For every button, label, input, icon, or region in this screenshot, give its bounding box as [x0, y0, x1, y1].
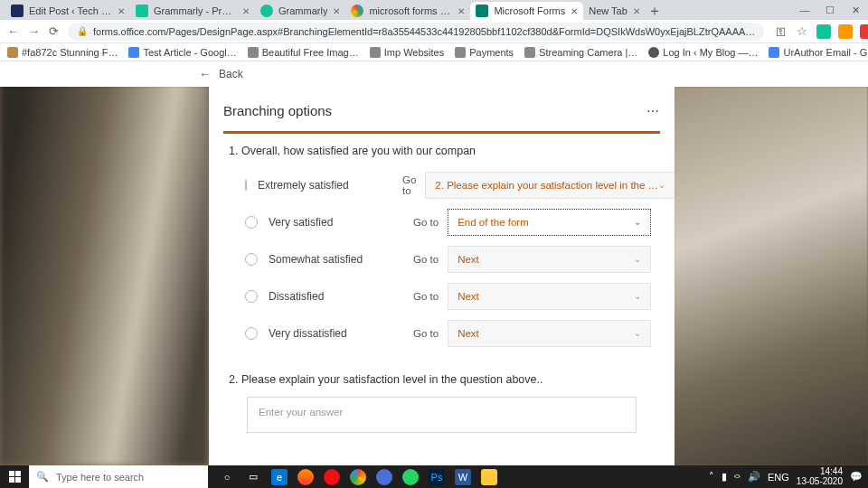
tab-grammarly-1[interactable]: Grammarly - ProSeoTools_ ✕	[130, 2, 255, 20]
ext-icon[interactable]	[838, 24, 853, 39]
goto-select[interactable]: 2. Please explain your satisfaction leve…	[425, 172, 675, 199]
key-icon[interactable]: ⚿	[773, 26, 788, 37]
photoshop-icon[interactable]: Ps	[429, 469, 445, 485]
bookmark[interactable]: Log In ‹ My Blog —…	[648, 47, 758, 58]
bookmark[interactable]: UrAuthor Email - G…	[769, 47, 868, 58]
bookmark[interactable]: #fa872c Stunning F…	[7, 47, 118, 58]
goto-select[interactable]: Next ⌄	[448, 246, 651, 273]
url-input[interactable]: 🔒 forms.office.com/Pages/DesignPage.aspx…	[68, 23, 764, 41]
panel-header: Branching options ⋯	[223, 103, 660, 118]
close-icon[interactable]: ✕	[242, 6, 250, 16]
close-icon[interactable]: ✕	[633, 6, 640, 16]
whatsapp-icon[interactable]	[402, 469, 419, 485]
star-icon[interactable]: ☆	[795, 24, 809, 38]
taskview-icon[interactable]: ▭	[245, 469, 261, 485]
page-title: Branching options	[223, 103, 332, 118]
bookmark-label: Imp Websites	[384, 47, 444, 58]
url-text: forms.office.com/Pages/DesignPage.aspx#B…	[93, 26, 755, 37]
bookmark-label: Streaming Camera |…	[539, 47, 637, 58]
wifi-icon[interactable]: ⌔	[734, 472, 741, 483]
tab-label: Grammarly - ProSeoTools_	[154, 5, 237, 16]
maximize-icon[interactable]: ☐	[817, 0, 843, 20]
word-icon[interactable]: W	[455, 469, 471, 485]
chevron-down-icon: ⌄	[634, 217, 641, 227]
app-icon[interactable]	[376, 469, 392, 485]
bookmark-label: Test Article - Googl…	[143, 47, 236, 58]
notifications-icon[interactable]: 💬	[850, 471, 863, 483]
bookmark[interactable]: Payments	[455, 47, 514, 58]
cortana-icon[interactable]: ○	[219, 469, 235, 485]
radio-icon[interactable]	[245, 327, 258, 340]
taskbar: 🔍 Type here to search ○ ▭ e Ps W ˄ ▮ ⌔ 🔊…	[0, 465, 868, 488]
tab-google[interactable]: microsoft forms - Google Se ✕	[345, 2, 470, 20]
favicon	[11, 5, 24, 17]
close-window-icon[interactable]: ✕	[843, 0, 868, 20]
close-icon[interactable]: ✕	[333, 6, 340, 16]
reload-icon[interactable]: ⟳	[49, 24, 59, 38]
bg-image-left	[0, 61, 208, 465]
bookmark[interactable]: Streaming Camera |…	[524, 47, 637, 58]
bookmark-label: Payments	[469, 47, 514, 58]
q-text: Please explain your satisfaction level i…	[241, 373, 543, 386]
favicon	[351, 5, 363, 17]
tab-newtab[interactable]: New Tab ✕	[583, 2, 646, 20]
q-text: Overall, how satisfied are you with our …	[241, 145, 476, 157]
back-arrow-icon[interactable]: ←	[199, 67, 212, 81]
select-value: Next	[458, 254, 479, 265]
volume-icon[interactable]: 🔊	[748, 471, 760, 483]
radio-icon[interactable]	[245, 253, 258, 266]
close-icon[interactable]: ✕	[458, 6, 465, 16]
start-button[interactable]	[0, 465, 29, 488]
radio-icon[interactable]	[245, 179, 247, 192]
taskbar-apps: ○ ▭ e Ps W	[219, 469, 497, 485]
opera-icon[interactable]	[324, 469, 340, 485]
answer-input[interactable]: Enter your answer	[247, 397, 637, 433]
favicon	[476, 5, 488, 17]
back-label[interactable]: Back	[219, 68, 243, 80]
tab-techviral[interactable]: Edit Post ‹ Tech Viral — Word ✕	[5, 2, 130, 20]
close-icon[interactable]: ✕	[571, 6, 578, 16]
radio-icon[interactable]	[245, 290, 258, 303]
goto-select[interactable]: End of the form ⌄	[448, 209, 651, 236]
goto-select[interactable]: Next ⌄	[448, 283, 651, 310]
clock[interactable]: 14:44 13-05-2020	[797, 467, 843, 486]
new-tab-button[interactable]: ＋	[646, 2, 664, 20]
placeholder-text: Enter your answer	[259, 407, 343, 418]
language-indicator[interactable]: ENG	[768, 472, 789, 483]
tab-msforms[interactable]: Microsoft Forms ✕	[470, 2, 583, 20]
forward-icon[interactable]: →	[28, 24, 40, 38]
option-label: Somewhat satisfied	[269, 253, 413, 266]
search-placeholder: Type here to search	[56, 472, 144, 483]
tab-label: Edit Post ‹ Tech Viral — Word	[29, 5, 112, 16]
bookmark[interactable]: Beautiful Free Imag…	[248, 47, 359, 58]
back-icon[interactable]: ←	[7, 24, 19, 38]
goto-label: Go to	[413, 217, 439, 228]
date-text: 13-05-2020	[797, 477, 843, 487]
favicon	[136, 5, 148, 17]
time-text: 14:44	[797, 467, 843, 477]
tab-grammarly-2[interactable]: Grammarly ✕	[255, 2, 345, 20]
goto-select[interactable]: Next ⌄	[448, 320, 651, 347]
chrome-icon[interactable]	[350, 469, 366, 485]
option-label: Dissatisfied	[269, 290, 413, 303]
battery-icon[interactable]: ▮	[722, 471, 727, 483]
close-icon[interactable]: ✕	[118, 6, 125, 16]
edge-icon[interactable]: e	[271, 469, 288, 485]
bookmark[interactable]: Imp Websites	[370, 47, 444, 58]
bookmark[interactable]: Test Article - Googl…	[128, 47, 236, 58]
ext-icon[interactable]	[860, 24, 868, 39]
option-row: Very dissatisfied Go to Next ⌄	[223, 314, 660, 352]
radio-icon[interactable]	[245, 216, 258, 229]
minimize-icon[interactable]: —	[792, 0, 817, 20]
ext-grammarly-icon[interactable]	[816, 24, 831, 39]
firefox-icon[interactable]	[297, 469, 314, 485]
browser-tabstrip: Edit Post ‹ Tech Viral — Word ✕ Grammarl…	[0, 0, 868, 20]
option-label: Extremely satisfied	[258, 179, 402, 192]
explorer-icon[interactable]	[481, 469, 497, 485]
taskbar-search[interactable]: 🔍 Type here to search	[29, 465, 208, 488]
address-bar: ← → ⟳ 🔒 forms.office.com/Pages/DesignPag…	[0, 20, 868, 43]
tab-label: Grammarly	[278, 5, 327, 16]
more-icon[interactable]: ⋯	[646, 104, 660, 118]
tray-chevron-icon[interactable]: ˄	[709, 471, 714, 483]
question-2: 2. Please explain your satisfaction leve…	[229, 373, 660, 386]
